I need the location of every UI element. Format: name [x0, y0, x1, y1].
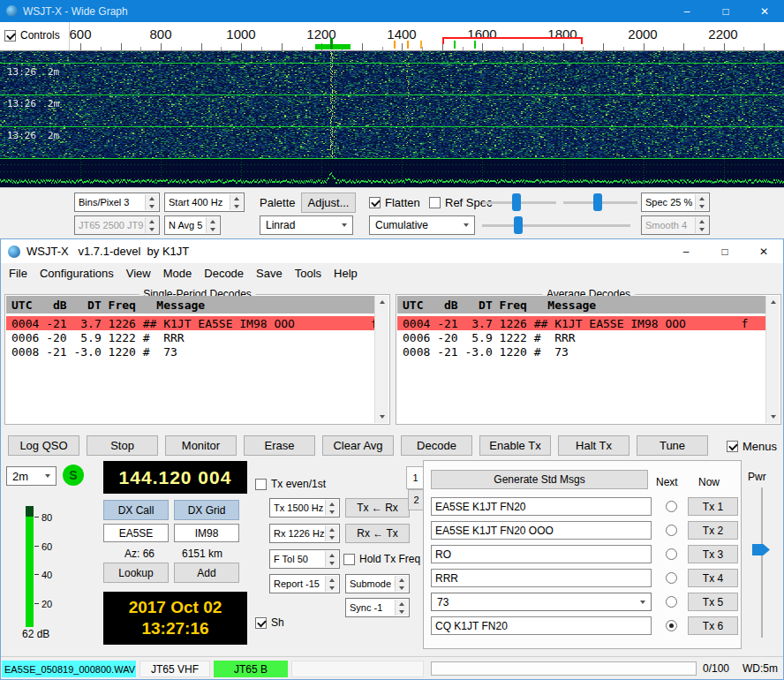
scroll-down-icon[interactable]	[766, 411, 780, 423]
spin-up-icon[interactable]	[230, 194, 243, 202]
dx-call-button[interactable]: DX Call	[103, 500, 169, 520]
stop-button[interactable]: Stop	[87, 435, 158, 456]
rx-from-tx-button[interactable]: Rx ← Tx	[345, 524, 410, 543]
next-radio-3[interactable]	[666, 548, 677, 560]
tx-range-marker[interactable]	[442, 37, 583, 44]
bins-pixel-spinbox[interactable]: Bins/Pixel 3	[74, 193, 160, 212]
spin-up-icon[interactable]	[326, 500, 338, 508]
menu-mode[interactable]: Mode	[157, 267, 199, 280]
smooth-spinbox[interactable]: Smooth 4	[641, 215, 710, 235]
menu-decode[interactable]: Decode	[198, 267, 250, 280]
spin-up-icon[interactable]	[146, 194, 158, 202]
next-radio-5[interactable]	[666, 596, 677, 608]
spin-down-icon[interactable]	[326, 533, 338, 541]
spin-down-icon[interactable]	[396, 608, 408, 616]
tx-message-field-3[interactable]: RO	[431, 545, 652, 563]
scroll-up-icon[interactable]	[375, 296, 388, 308]
spin-down-icon[interactable]	[396, 584, 408, 592]
rx-freq-marker[interactable]	[315, 44, 351, 49]
waterfall-zero-slider[interactable]	[563, 193, 637, 212]
spin-down-icon[interactable]	[696, 225, 708, 233]
spin-down-icon[interactable]	[326, 508, 338, 516]
pwr-slider-track[interactable]	[761, 487, 763, 638]
waterfall-display[interactable]	[0, 51, 784, 187]
spin-down-icon[interactable]	[326, 559, 338, 567]
spin-up-icon[interactable]	[396, 600, 408, 608]
slider-handle[interactable]	[593, 193, 602, 211]
decode-row[interactable]: 0004 -21 3.7 1226 ## K1JT EA5SE IM98 OOO…	[6, 316, 374, 330]
next-radio-1[interactable]	[666, 501, 677, 512]
n-avg-spinbox[interactable]: N Avg 5	[164, 215, 221, 235]
tx4-button[interactable]: Tx 4	[688, 569, 738, 587]
palette-combobox[interactable]: Linrad	[260, 215, 353, 235]
report-spinbox[interactable]: Report -15	[269, 574, 340, 593]
spin-down-icon[interactable]	[326, 584, 338, 592]
generate-std-msgs-button[interactable]: Generate Std Msgs	[431, 470, 648, 489]
tx2-button[interactable]: Tx 2	[688, 521, 738, 540]
scrollbar[interactable]	[765, 296, 780, 423]
next-radio-2[interactable]	[666, 525, 677, 536]
spin-down-icon[interactable]	[207, 225, 219, 233]
spectrum-gain-slider[interactable]	[482, 215, 630, 235]
submode-spinbox[interactable]: Submode B	[345, 574, 410, 593]
menu-configurations[interactable]: Configurations	[34, 267, 120, 280]
halt-tx-button[interactable]: Halt Tx	[558, 435, 629, 456]
sync-spinbox[interactable]: Sync -1	[345, 598, 410, 617]
tx-message-field-1[interactable]: EA5SE K1JT FN20	[431, 497, 652, 516]
enable-tx-button[interactable]: Enable Tx	[479, 435, 551, 456]
wide-graph-titlebar[interactable]: WSJT-X - Wide Graph – □ ✕	[0, 0, 784, 22]
close-icon[interactable]: ✕	[745, 0, 784, 22]
tx-freq-spinbox[interactable]: Tx 1500 Hz	[269, 498, 340, 518]
sh-checkbox[interactable]: Sh	[255, 616, 284, 629]
spin-up-icon[interactable]	[396, 576, 408, 584]
spin-up-icon[interactable]	[696, 194, 708, 202]
rig-status-indicator[interactable]: S	[63, 465, 84, 486]
tx3-button[interactable]: Tx 3	[688, 545, 738, 563]
jt65-jt9-split-spinbox[interactable]: JT65 2500 JT9	[74, 215, 160, 235]
band-combobox[interactable]: 2m	[6, 466, 57, 486]
spec-percent-spinbox[interactable]: Spec 25 %	[641, 193, 710, 212]
display-mode-combobox[interactable]: Cumulative	[369, 215, 475, 235]
spin-down-icon[interactable]	[146, 225, 158, 233]
spin-down-icon[interactable]	[146, 202, 158, 210]
controls-checkbox[interactable]: Controls	[4, 29, 60, 42]
slider-handle[interactable]	[512, 193, 521, 211]
add-button[interactable]: Add	[174, 563, 239, 583]
next-radio-4[interactable]	[666, 572, 677, 584]
next-radio-6[interactable]	[666, 620, 677, 631]
log-qso-button[interactable]: Log QSO	[8, 435, 79, 456]
messages-tab-2[interactable]: 2	[408, 489, 424, 510]
spin-up-icon[interactable]	[326, 525, 338, 533]
tx6-button[interactable]: Tx 6	[688, 616, 738, 635]
decode-button[interactable]: Decode	[401, 435, 472, 456]
menu-save[interactable]: Save	[250, 267, 289, 280]
tx5-button[interactable]: Tx 5	[688, 593, 738, 611]
slider-handle[interactable]	[514, 216, 523, 234]
start-freq-spinbox[interactable]: Start 400 Hz	[164, 193, 245, 212]
spin-down-icon[interactable]	[230, 202, 243, 210]
clear-avg-button[interactable]: Clear Avg	[322, 435, 394, 456]
lookup-button[interactable]: Lookup	[103, 563, 169, 583]
scroll-down-icon[interactable]	[375, 411, 388, 423]
tune-button[interactable]: Tune	[637, 435, 708, 456]
menu-view[interactable]: View	[120, 267, 157, 280]
hold-tx-freq-checkbox[interactable]: Hold Tx Freq	[343, 553, 420, 565]
spin-up-icon[interactable]	[326, 551, 338, 559]
spin-up-icon[interactable]	[326, 576, 338, 584]
decode-row[interactable]: 0008 -21 -3.0 1220 # 73	[397, 344, 765, 359]
menu-tools[interactable]: Tools	[289, 267, 328, 280]
close-icon[interactable]: ✕	[744, 239, 783, 263]
main-titlebar[interactable]: WSJT-X v1.7.1-devel by K1JT – □ ✕	[1, 239, 783, 263]
decode-row[interactable]: 0008 -21 -3.0 1220 # 73	[6, 344, 374, 359]
tx-even-checkbox[interactable]: Tx even/1st	[255, 478, 326, 490]
tx1-button[interactable]: Tx 1	[688, 497, 738, 516]
decode-row[interactable]: 0004 -21 3.7 1226 ## K1JT EA5SE IM98 OOO…	[397, 316, 765, 330]
menu-file[interactable]: File	[3, 267, 34, 280]
maximize-icon[interactable]: □	[705, 239, 744, 263]
menus-checkbox[interactable]: Menus	[727, 440, 777, 453]
flatten-checkbox[interactable]: Flatten	[369, 196, 420, 209]
pwr-slider-handle[interactable]	[752, 544, 770, 555]
waterfall-gain-slider[interactable]	[482, 193, 556, 212]
scroll-up-icon[interactable]	[766, 296, 780, 308]
tx-message-field-6[interactable]: CQ K1JT FN20	[431, 616, 652, 635]
